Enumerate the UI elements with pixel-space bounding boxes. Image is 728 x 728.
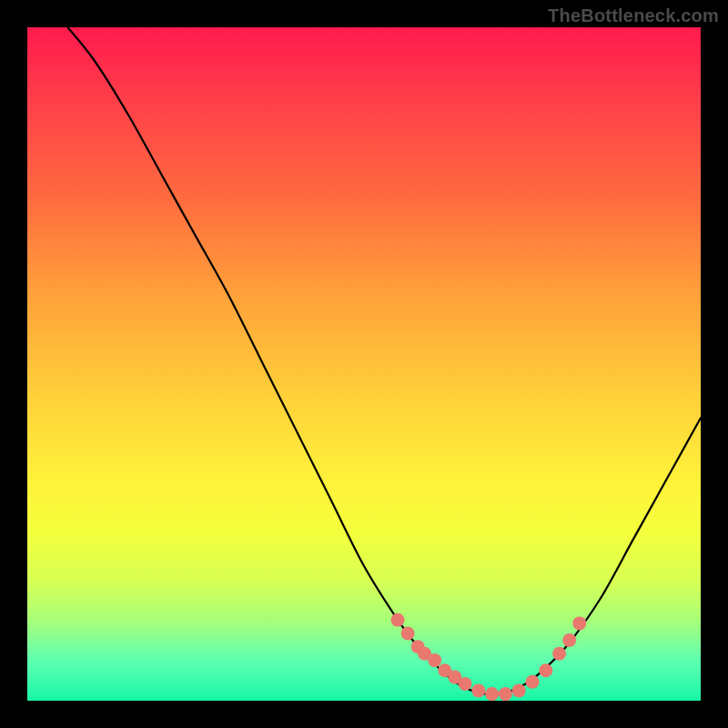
watermark-text: TheBottleneck.com: [548, 5, 719, 26]
highlight-marker: [391, 613, 405, 627]
highlight-marker: [512, 683, 526, 697]
highlight-marker: [526, 675, 540, 689]
highlight-marker: [562, 633, 576, 647]
highlight-marker: [539, 663, 552, 677]
highlight-marker: [485, 687, 499, 701]
highlight-marker: [459, 677, 472, 691]
highlight-marker: [428, 653, 441, 667]
highlight-marker: [471, 683, 485, 697]
highlight-marker: [401, 627, 415, 641]
marker-group: [391, 613, 587, 701]
highlight-marker: [552, 647, 566, 661]
highlight-marker: [572, 616, 586, 630]
chart-svg: [27, 27, 701, 701]
highlight-marker: [499, 687, 512, 701]
bottleneck-curve: [67, 27, 701, 694]
